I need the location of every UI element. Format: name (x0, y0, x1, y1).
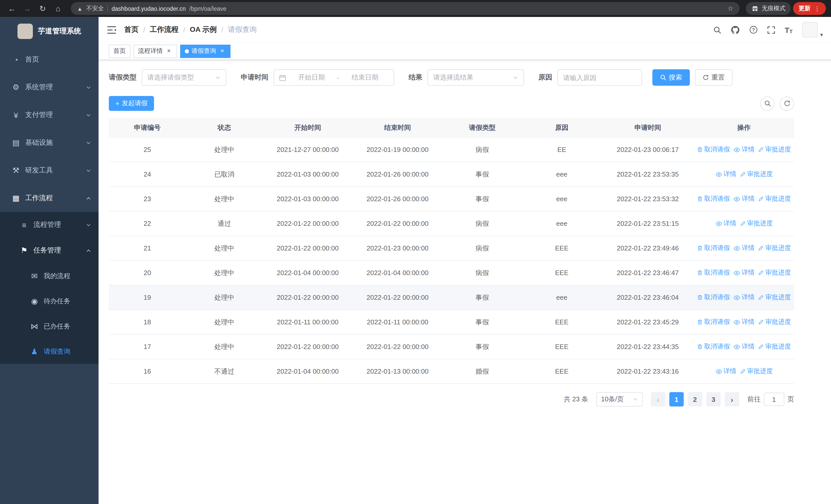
sidebar-item-label: 首页 (25, 55, 39, 64)
sidebar-item-eye[interactable]: ◉待办任务 (0, 289, 98, 314)
detail-link[interactable]: 详情 (734, 145, 754, 154)
cancel-leave-link[interactable]: 取消请假 (697, 293, 730, 302)
github-icon[interactable] (731, 25, 740, 34)
goto-suffix: 页 (787, 395, 794, 404)
sidebar-item-yen[interactable]: ¥支付管理 (0, 101, 98, 129)
approval-progress-link[interactable]: 审批进度 (740, 367, 773, 376)
approval-progress-link[interactable]: 审批进度 (758, 318, 791, 326)
font-size-icon[interactable]: TT (785, 25, 793, 34)
cancel-leave-link[interactable]: 取消请假 (697, 268, 730, 277)
refresh-button[interactable] (780, 96, 794, 111)
approval-progress-link[interactable]: 审批进度 (758, 195, 791, 203)
close-icon[interactable]: × (165, 48, 172, 55)
cancel-leave-link[interactable]: 取消请假 (697, 318, 730, 326)
search-button[interactable]: 搜索 (652, 69, 690, 86)
approval-progress-link[interactable]: 审批进度 (758, 268, 791, 277)
approval-progress-link[interactable]: 审批进度 (758, 293, 791, 302)
close-icon[interactable]: × (219, 48, 226, 55)
cell-applied: 2022-01-22 23:53:32 (602, 195, 694, 203)
forward-icon[interactable]: → (21, 2, 34, 15)
menu-dots-icon[interactable]: ⋮ (814, 5, 820, 12)
breadcrumb-item[interactable]: 首页 (124, 25, 139, 34)
search-icon[interactable] (713, 26, 721, 34)
table-row[interactable]: 23处理中2022-01-03 00:00:002022-01-26 00:00… (109, 187, 794, 211)
reason-input[interactable] (557, 69, 642, 86)
sidebar-item-user[interactable]: ♟请假查询 (0, 339, 98, 364)
cancel-leave-link[interactable]: 取消请假 (697, 145, 730, 154)
cell-start: 2022-01-22 00:00:00 (263, 244, 353, 252)
approval-progress-link[interactable]: 审批进度 (740, 170, 773, 179)
detail-link[interactable]: 详情 (734, 244, 754, 253)
cancel-leave-link[interactable]: 取消请假 (697, 195, 730, 203)
detail-link[interactable]: 详情 (715, 170, 736, 179)
sidebar-item-tool[interactable]: ⚒研发工具 (0, 156, 98, 184)
sidebar-item-dashboard[interactable]: ◔首页 (0, 46, 98, 73)
fullscreen-icon[interactable] (767, 26, 775, 34)
table-row[interactable]: 18处理中2022-01-11 00:00:002022-01-11 00:00… (109, 310, 794, 335)
sidebar-item-monitor[interactable]: ▤基础设施 (0, 129, 98, 156)
sidebar-item-chat[interactable]: ✉我的流程 (0, 263, 98, 289)
detail-link[interactable]: 详情 (734, 195, 754, 203)
page-button-1[interactable]: 1 (669, 392, 684, 407)
approval-progress-link[interactable]: 审批进度 (758, 342, 791, 351)
address-bar[interactable]: ▲ 不安全 dashboard.yudao.iocoder.cn /bpm/oa… (71, 2, 740, 15)
hamburger-icon[interactable] (98, 17, 124, 42)
reset-button[interactable]: 重置 (695, 69, 733, 86)
view-tag[interactable]: 流程详情× (134, 45, 177, 58)
view-tag[interactable]: 请假查询× (180, 45, 230, 58)
security-label[interactable]: 不安全 (86, 5, 104, 12)
page-size-select[interactable]: 10条/页 (596, 392, 642, 407)
leave-type-select[interactable]: 请选择请假类型 (142, 69, 226, 86)
breadcrumb-item[interactable]: OA 示例 (190, 25, 217, 34)
table-row[interactable]: 21处理中2022-01-22 00:00:002022-01-23 00:00… (109, 236, 794, 261)
view-tag[interactable]: 首页 (109, 45, 131, 58)
table-row[interactable]: 19处理中2022-01-22 00:00:002022-01-22 00:00… (109, 285, 794, 310)
table-row[interactable]: 22通过2022-01-22 00:00:002022-01-22 00:00:… (109, 211, 794, 236)
sidebar-item-task[interactable]: ⚑任务管理 (0, 238, 98, 263)
reload-icon[interactable]: ↻ (36, 2, 49, 15)
sidebar-item-workflow[interactable]: ▦工作流程 (0, 184, 98, 212)
table-row[interactable]: 16不通过2022-01-04 00:00:002022-01-13 00:00… (109, 359, 794, 384)
detail-link[interactable]: 详情 (734, 342, 754, 351)
detail-link[interactable]: 详情 (715, 367, 736, 376)
cell-status: 处理中 (186, 145, 263, 154)
logo[interactable]: 芋道管理系统 (0, 17, 98, 46)
detail-link[interactable]: 详情 (734, 318, 754, 326)
create-leave-button[interactable]: + 发起请假 (109, 96, 154, 111)
update-button[interactable]: 更新 ⋮ (793, 2, 826, 15)
home-icon[interactable]: ⌂ (51, 2, 65, 15)
sidebar-item-gear[interactable]: ⚙系统管理 (0, 73, 98, 101)
next-page-button[interactable]: › (725, 392, 739, 407)
table-row[interactable]: 25处理中2021-12-27 00:00:002022-01-19 00:00… (109, 138, 794, 162)
approval-progress-link[interactable]: 审批进度 (758, 145, 791, 154)
cell-start: 2022-01-22 00:00:00 (263, 294, 353, 301)
cancel-leave-link[interactable]: 取消请假 (697, 342, 730, 351)
cancel-leave-link[interactable]: 取消请假 (697, 244, 730, 253)
detail-link[interactable]: 详情 (734, 268, 754, 277)
sidebar-item-process[interactable]: ≡流程管理 (0, 212, 98, 238)
back-icon[interactable]: ← (5, 2, 19, 15)
start-date-input[interactable]: 开始日期 (288, 73, 335, 82)
help-icon[interactable]: ? (749, 26, 757, 34)
goto-page-input[interactable] (764, 393, 784, 406)
bookmark-star-icon[interactable]: ☆ (727, 5, 734, 12)
table-row[interactable]: 17处理中2022-01-22 00:00:002022-01-22 00:00… (109, 335, 794, 359)
apply-time-range-picker[interactable]: 开始日期 - 结束日期 (274, 69, 394, 86)
approval-progress-link[interactable]: 审批进度 (758, 244, 791, 253)
prev-page-button[interactable]: ‹ (651, 392, 665, 407)
result-select[interactable]: 请选择流结果 (428, 69, 524, 86)
page-button-3[interactable]: 3 (706, 392, 721, 407)
breadcrumb-item[interactable]: 工作流程 (150, 25, 179, 34)
end-date-input[interactable]: 结束日期 (341, 73, 389, 82)
detail-link[interactable]: 详情 (715, 219, 736, 228)
page-button-2[interactable]: 2 (688, 392, 702, 407)
search-toggle-button[interactable] (760, 96, 775, 111)
table-row[interactable]: 24已取消2022-01-03 00:00:002022-01-26 00:00… (109, 162, 794, 187)
done-icon: ⋈ (29, 322, 40, 331)
sidebar-item-done[interactable]: ⋈已办任务 (0, 314, 98, 339)
detail-link[interactable]: 详情 (734, 293, 754, 302)
cell-type: 病假 (442, 219, 522, 228)
table-row[interactable]: 20处理中2022-01-04 00:00:002022-01-04 00:00… (109, 261, 794, 285)
user-menu[interactable]: ▼ (802, 22, 824, 37)
approval-progress-link[interactable]: 审批进度 (740, 219, 773, 228)
